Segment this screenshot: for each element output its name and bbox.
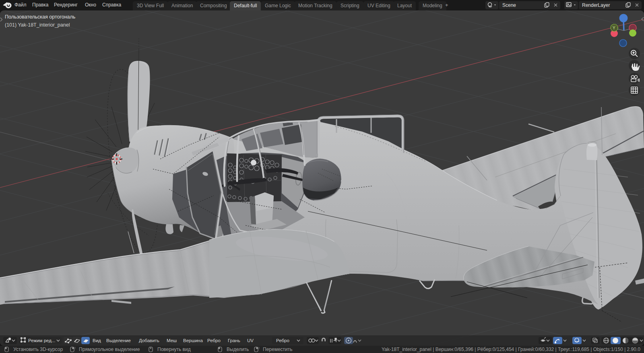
svg-text:UV: UV (247, 338, 254, 343)
svg-text:Ребро: Ребро (276, 338, 289, 343)
svg-text:Добавить: Добавить (139, 338, 159, 343)
svg-text:Ребро: Ребро (207, 338, 221, 343)
svg-text:(101) Yak-18T_interior_panel: (101) Yak-18T_interior_panel (5, 22, 70, 28)
svg-text:Вид: Вид (93, 338, 101, 343)
svg-text:Y: Y (613, 26, 615, 30)
svg-text:Грань: Грань (228, 338, 240, 343)
svg-text:Вершина: Вершина (183, 338, 203, 343)
svg-text:Выделение: Выделение (106, 338, 131, 343)
svg-text:Пользовательская ортогональ: Пользовательская ортогональ (5, 14, 75, 20)
svg-text:Меш: Меш (167, 338, 177, 343)
svg-text:Режим ред...: Режим ред... (28, 338, 55, 343)
